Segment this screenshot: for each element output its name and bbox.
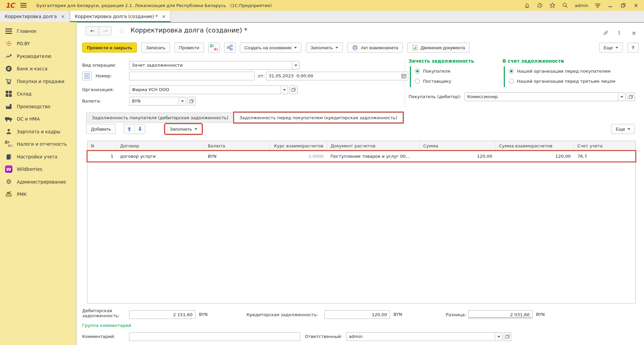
radio-option-supplier[interactable]: Поставщику: [415, 77, 451, 85]
window-tabbar: Корректировка долга × Корректировка долг…: [0, 11, 644, 22]
sidebar-item-production[interactable]: Производство: [0, 100, 76, 113]
sidebar-item-rmk[interactable]: РМК: [0, 188, 76, 201]
tab-close-icon[interactable]: ×: [61, 14, 65, 19]
radio-option-our-org-to-third-party[interactable]: Нашей организации перед третьим лицом: [509, 77, 615, 85]
col-offset-amount[interactable]: Сумма взаиморасчетов: [496, 141, 574, 151]
more-button[interactable]: Еще: [599, 43, 623, 53]
related-documents-button[interactable]: [224, 43, 235, 53]
open-responsible-button[interactable]: [504, 332, 511, 341]
payable-total-field[interactable]: 120,00: [324, 310, 390, 319]
save-button[interactable]: Записать: [141, 43, 170, 53]
get-link-icon[interactable]: [602, 29, 609, 36]
back-button[interactable]: ←: [86, 26, 99, 35]
difference-currency: BYN: [536, 310, 545, 319]
open-organization-button[interactable]: [289, 85, 298, 94]
tab-receivable-debt[interactable]: Задолженность покупателя (дебиторская за…: [86, 113, 234, 123]
col-account[interactable]: Счет учета: [574, 141, 635, 151]
table-row[interactable]: 1 договор услуги BYN 1,0000 Поступление …: [88, 151, 635, 161]
col-contract[interactable]: Договор: [117, 141, 205, 151]
main-menu-button[interactable]: [19, 1, 28, 10]
offset-act-button[interactable]: Акт взаимозачета: [347, 43, 403, 53]
debtor-field[interactable]: Комиссионер: [465, 92, 626, 101]
post-button[interactable]: Провести: [174, 43, 204, 53]
sidebar-item-taxes-reports[interactable]: ДтКт Налоги и отчетность: [0, 138, 76, 151]
responsible-field[interactable]: admin: [346, 332, 502, 341]
fill-button[interactable]: Заполнить: [306, 43, 343, 53]
sidebar-item-bank-cash[interactable]: Р Банк и касса: [0, 63, 76, 75]
sidebar-item-label: ОС и НМА: [17, 116, 40, 122]
difference-field[interactable]: 2 031,60: [468, 310, 533, 319]
history-icon[interactable]: [536, 2, 543, 9]
col-document[interactable]: Документ расчетов: [327, 141, 420, 151]
open-debtor-button[interactable]: [627, 92, 635, 101]
dt-kt-button[interactable]: ДтКт: [208, 43, 220, 53]
sidebar-item-po-by[interactable]: PO.BY: [0, 38, 76, 50]
create-based-on-button[interactable]: Создать на основании: [240, 43, 302, 53]
tab-payable-debt[interactable]: Задолженность перед покупателем (кредито…: [234, 113, 403, 123]
number-settings-button[interactable]: [82, 72, 92, 80]
book-icon: [5, 153, 13, 161]
move-up-button[interactable]: [124, 124, 135, 134]
col-currency[interactable]: Валюта: [205, 141, 270, 151]
chevron-down-icon: [628, 128, 630, 130]
col-amount[interactable]: Сумма: [420, 141, 496, 151]
forward-button[interactable]: →: [99, 26, 111, 35]
dropdown-button[interactable]: [618, 93, 625, 101]
col-rate[interactable]: Курс взаиморасчетов: [270, 141, 327, 151]
number-input[interactable]: [129, 72, 255, 80]
notifications-bell-icon[interactable]: [524, 2, 530, 9]
search-icon[interactable]: [562, 2, 569, 9]
open-currency-button[interactable]: [187, 97, 196, 106]
help-button[interactable]: ?: [627, 43, 639, 53]
date-field[interactable]: 31.05.2023 0:00:00: [266, 72, 408, 80]
blocks-icon: [5, 90, 13, 98]
close-form-icon[interactable]: ×: [631, 29, 637, 36]
organization-field[interactable]: Фирма УСН ООО: [129, 85, 288, 94]
comment-input[interactable]: [129, 332, 300, 341]
page-title: Корректировка долга (создание) *: [130, 26, 247, 34]
move-down-button[interactable]: [135, 124, 145, 134]
favorite-star-icon[interactable]: ☆: [118, 27, 125, 35]
receivable-total-field[interactable]: 2 151,60: [129, 310, 196, 319]
po-by-dots-icon: [5, 40, 13, 48]
window-tab-debt-adjustment-new[interactable]: Корректировка долга (создание) * ×: [70, 11, 171, 22]
current-user[interactable]: admin: [575, 3, 588, 8]
sidebar-item-main[interactable]: Главное: [0, 25, 76, 38]
minimize-button[interactable]: [607, 2, 614, 9]
restore-window-button[interactable]: [620, 2, 627, 9]
col-n[interactable]: N: [88, 141, 117, 151]
more-menu-icon[interactable]: ⋮: [616, 29, 623, 36]
dropdown-button[interactable]: [292, 61, 299, 69]
sidebar-item-wildberries[interactable]: W Wildberries: [0, 163, 76, 176]
sidebar-item-warehouse[interactable]: Склад: [0, 88, 76, 100]
sidebar-item-label: РМК: [17, 192, 26, 197]
comment-group-link[interactable]: Группа комментарий: [82, 323, 131, 328]
sidebar-item-salary-hr[interactable]: Зарплата и кадры: [0, 125, 76, 138]
document-movements-button[interactable]: Движения документа: [407, 43, 470, 53]
tab-close-icon[interactable]: ×: [162, 14, 166, 19]
radio-option-buyer[interactable]: Покупателя: [415, 67, 450, 75]
add-row-button[interactable]: Добавить: [86, 124, 116, 134]
sidebar-item-manager[interactable]: Руководителю: [0, 50, 76, 63]
grid-fill-button[interactable]: Заполнить: [165, 124, 202, 134]
grid-more-button[interactable]: Еще: [611, 124, 635, 134]
window-tab-debt-adjustment[interactable]: Корректировка долга ×: [0, 11, 70, 22]
sidebar-item-purchases-sales[interactable]: Покупки и продажи: [0, 75, 76, 88]
close-window-button[interactable]: ×: [633, 2, 639, 9]
dropdown-button[interactable]: [495, 333, 502, 341]
dropdown-button[interactable]: [280, 86, 288, 94]
cash-register-icon: [5, 190, 13, 198]
calendar-icon[interactable]: [400, 72, 408, 80]
connection-icon[interactable]: [594, 2, 601, 9]
operation-type-field[interactable]: Зачет задолженности: [129, 61, 300, 70]
favorites-star-icon[interactable]: [549, 2, 556, 9]
post-and-close-button[interactable]: Провести и закрыть: [82, 43, 137, 53]
dropdown-button[interactable]: [178, 97, 186, 105]
sidebar-item-fixed-assets[interactable]: ОС и НМА: [0, 113, 76, 126]
currency-field[interactable]: BYN: [129, 97, 186, 106]
titlebar-actions: admin ×: [524, 2, 644, 9]
sidebar-item-administration[interactable]: ⚙ Администрирование: [0, 176, 76, 188]
radio-option-our-org-to-buyer[interactable]: Нашей организации перед покупателем: [509, 67, 610, 75]
svg-text:Р: Р: [7, 67, 10, 71]
sidebar-item-accounting-settings[interactable]: Настройки учета: [0, 150, 76, 163]
